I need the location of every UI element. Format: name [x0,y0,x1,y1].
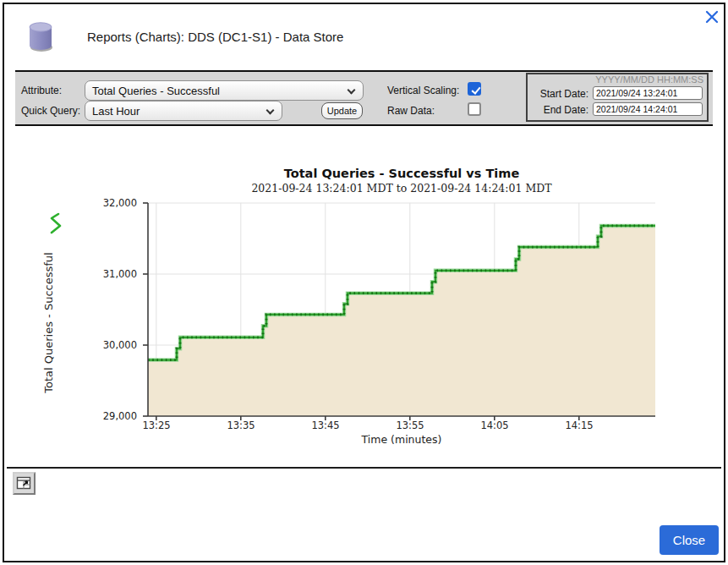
attribute-select[interactable]: Total Queries - Successful [85,80,364,101]
open-report-window-icon [16,475,32,491]
vertical-scaling-label: Vertical Scaling: [387,85,459,96]
footer-divider [7,467,721,469]
attribute-select-value: Total Queries - Successful [92,85,220,97]
chart-subtitle: 2021-09-24 13:24:01 MDT to 2021-09-24 14… [148,182,655,195]
chart-title: Total Queries - Successful vs Time [148,167,655,180]
raw-data-checkbox[interactable] [468,102,481,116]
attribute-label: Attribute: [21,85,62,96]
toolbar: Attribute: Total Queries - Successful Qu… [15,70,713,126]
start-date-input[interactable] [593,86,703,100]
quick-query-label: Quick Query: [21,105,80,117]
x-axis-title: Time (minutes) [148,433,655,446]
x-tick-label: 13:45 [300,420,351,431]
y-tick-label: 30,000 [85,339,137,351]
x-tick-label: 13:25 [131,420,182,431]
export-report-button[interactable] [13,472,36,495]
y-tick-label: 31,000 [85,268,137,280]
chevron-down-icon [266,107,275,115]
x-tick-label: 14:15 [554,420,605,431]
close-button[interactable]: Close [660,525,719,555]
date-format-hint: YYYY/MM/DD HH:MM:SS [595,74,703,85]
y-tick-label: 32,000 [85,197,137,209]
raw-data-label: Raw Data: [387,105,435,117]
y-axis-title: Total Queries - Successful [42,230,55,416]
quick-query-select-value: Last Hour [92,105,140,118]
chart-plot-area[interactable] [140,201,660,425]
quick-query-select[interactable]: Last Hour [85,101,282,121]
y-axis-tick-labels: 29,00030,00031,00032,000 [85,203,137,416]
y-tick-label: 29,000 [85,410,137,422]
database-cylinder-icon [28,21,53,53]
start-date-label: Start Date: [529,88,588,100]
chevron-down-icon [348,86,356,95]
x-tick-label: 13:55 [385,420,435,431]
x-tick-label: 14:05 [469,420,520,431]
report-chart-dialog: Reports (Charts): DDS (DC1-S1) - Data St… [3,3,725,562]
vertical-scaling-checkbox[interactable] [468,82,481,96]
x-tick-label: 13:35 [216,420,266,431]
end-date-input[interactable] [593,102,703,116]
date-range-panel: YYYY/MM/DD HH:MM:SS Start Date: End Date… [526,73,709,122]
x-axis-tick-labels: 13:2513:3513:4513:5514:0514:15 [148,420,655,431]
close-icon[interactable] [703,8,720,25]
dialog-title: Reports (Charts): DDS (DC1-S1) - Data St… [87,30,343,44]
update-button[interactable]: Update [321,102,363,119]
end-date-label: End Date: [529,104,588,116]
